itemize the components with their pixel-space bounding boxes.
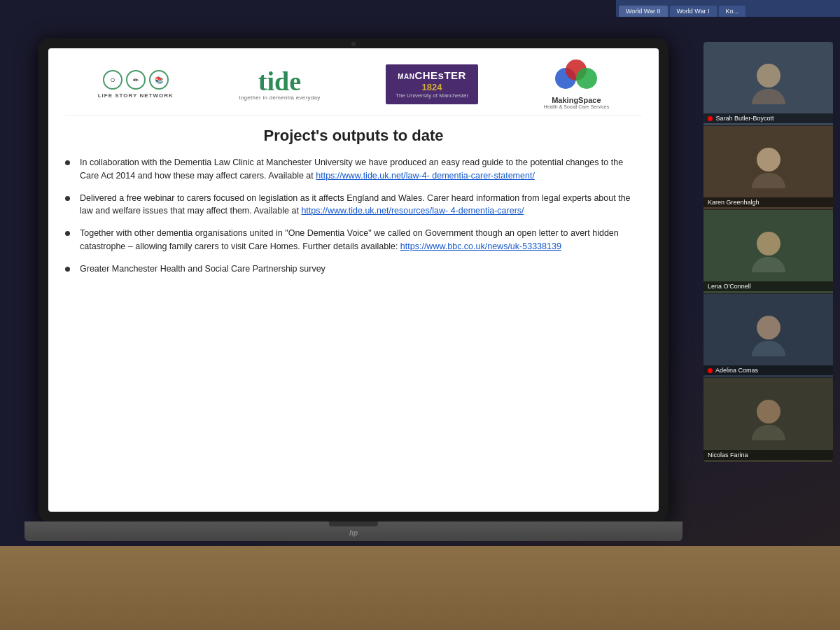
lsn-label: LIFE STORY NETWORK [98, 92, 174, 99]
participant-5: Nicolas Farina [704, 378, 833, 462]
avatar-5 [752, 400, 785, 440]
body-5 [752, 425, 785, 440]
manchester-name: MANCHEsTER [396, 70, 468, 82]
manchester-logo: MANCHEsTER 1824 The University of Manche… [386, 64, 478, 104]
laptop-screen-bezel: ○ ✏ 📚 LIFE STORY NETWORK tide together i… [38, 38, 668, 522]
ms-subtitle: Health & Social Care Services [543, 104, 609, 109]
participant-2-name: Karen Greenhalgh [704, 197, 833, 207]
tide-wordmark: tide [258, 68, 301, 94]
chester-text: CHEsTER [414, 69, 466, 81]
lsn-logo: ○ ✏ 📚 LIFE STORY NETWORK [98, 70, 174, 99]
bullet-item-4: Greater Manchester Health and Social Car… [65, 262, 642, 276]
lsn-icon-2: ✏ [126, 70, 146, 90]
bullet-item-3: Together with other dementia organisatio… [65, 227, 642, 253]
manchester-year: 1824 [396, 82, 468, 92]
bullet-dot-3 [65, 231, 70, 236]
tide-tagline: together in dementia everyday [239, 94, 320, 101]
bullet-dot-1 [65, 160, 70, 165]
slide-title: Project's outputs to date [65, 127, 642, 145]
lsn-icon-3: 📚 [149, 70, 169, 90]
mic-icon-4 [708, 368, 713, 373]
bullet-text-4: Greater Manchester Health and Social Car… [80, 262, 642, 276]
hp-logo: hp [349, 529, 358, 537]
tab-world-war-1[interactable]: World War I [670, 6, 717, 17]
mic-icon-1 [708, 116, 713, 121]
head-1 [757, 64, 780, 88]
making-space-logo: MakingSpace Health & Social Care Service… [543, 59, 609, 109]
link-1[interactable]: https://www.tide.uk.net/law-4- dementia-… [316, 171, 535, 181]
webcam [351, 42, 356, 46]
participant-4-name: Adelina Comas [704, 365, 833, 375]
avatar-1 [752, 64, 785, 104]
bullet-text-3: Together with other dementia organisatio… [80, 227, 642, 253]
tide-logo: tide together in dementia everyday [239, 68, 320, 101]
body-1 [752, 89, 785, 104]
laptop-base: hp [24, 522, 682, 541]
bullet-list: In collaboration with the Dementia Law C… [65, 156, 642, 275]
tab-other[interactable]: Ko... [719, 6, 746, 17]
body-2 [752, 173, 785, 188]
body-3 [752, 257, 785, 272]
lsn-icons: ○ ✏ 📚 [103, 70, 169, 90]
participant-2: Karen Greenhalgh [704, 126, 833, 210]
body-4 [752, 341, 785, 356]
participant-4: Adelina Comas [704, 294, 833, 378]
bullet-item-1: In collaboration with the Dementia Law C… [65, 156, 642, 183]
lsn-icon-1: ○ [103, 70, 122, 90]
avatar-4 [752, 316, 785, 356]
slide-content: ○ ✏ 📚 LIFE STORY NETWORK tide together i… [48, 48, 659, 512]
man-text: MAN [398, 73, 414, 80]
head-3 [757, 232, 780, 255]
head-2 [757, 148, 780, 172]
logos-row: ○ ✏ 📚 LIFE STORY NETWORK tide together i… [65, 59, 642, 115]
bullet-text-1: In collaboration with the Dementia Law C… [80, 156, 642, 183]
video-panel: Sarah Butler-Boycott Karen Greenhalgh Le… [704, 42, 833, 462]
participant-1-name: Sarah Butler-Boycott [704, 113, 833, 123]
link-2[interactable]: https://www.tide.uk.net/resources/law- 4… [301, 206, 524, 216]
participant-1: Sarah Butler-Boycott [704, 42, 833, 126]
avatar-3 [752, 232, 785, 272]
head-5 [757, 400, 780, 424]
participant-5-name: Nicolas Farina [704, 450, 833, 460]
ms-circle-green [576, 68, 597, 89]
tab-world-war-2[interactable]: World War II [619, 6, 668, 17]
bullet-dot-4 [65, 267, 70, 272]
head-4 [757, 316, 780, 340]
ms-name: MakingSpace [552, 96, 601, 104]
manchester-subtitle: The University of Manchester [396, 92, 468, 99]
link-3[interactable]: https://www.bbc.co.uk/news/uk-53338139 [400, 241, 561, 251]
bullet-item-2: Delivered a free webinar to carers focus… [65, 192, 642, 218]
ms-venn-diagram [555, 59, 597, 93]
laptop-hinge [329, 522, 378, 526]
avatar-2 [752, 148, 785, 188]
bullet-text-2: Delivered a free webinar to carers focus… [80, 192, 642, 218]
browser-tabs[interactable]: World War II World War I Ko... [616, 0, 840, 17]
table-surface [0, 546, 840, 630]
participant-3-name: Lena O'Connell [704, 281, 833, 291]
bullet-dot-2 [65, 196, 70, 201]
participant-3: Lena O'Connell [704, 210, 833, 294]
laptop-body: ○ ✏ 📚 LIFE STORY NETWORK tide together i… [38, 38, 668, 536]
